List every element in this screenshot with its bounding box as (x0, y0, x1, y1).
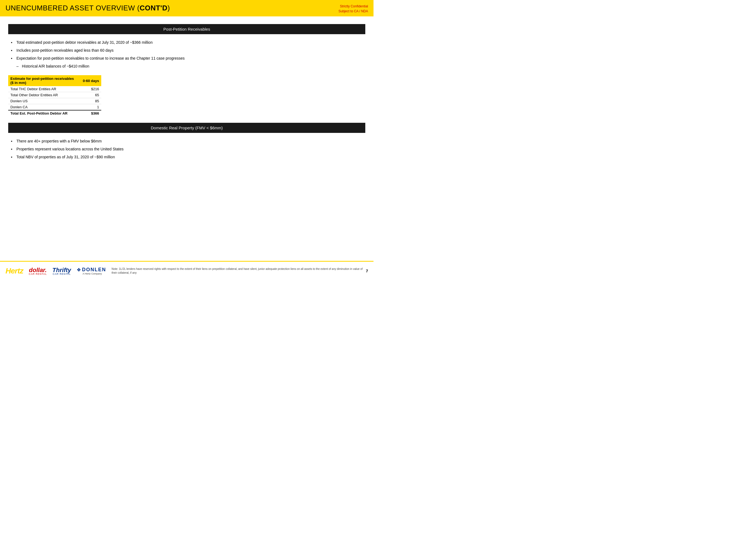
bullet-item: Includes post-petition receivables aged … (11, 47, 365, 54)
table-row: Donlen CA 1 (8, 104, 101, 110)
table-cell-value: 85 (80, 98, 101, 104)
table-cell-label: Donlen US (8, 98, 80, 104)
hertz-logo: Hertz (5, 267, 23, 275)
page-title: UNENCUMBERED ASSET OVERVIEW (CONT'D) (5, 4, 170, 12)
receivables-table: Estimate for post-petition receivables (… (8, 75, 101, 116)
table-row: Total Other Debtor Entities AR 65 (8, 92, 101, 98)
section1-header: Post-Petition Receivables (8, 24, 365, 34)
footer-logos: Hertz dollar. CAR RENTAL Thrifty CAR REN… (5, 267, 106, 275)
footer-note: Note: 1L/2L lenders have reserved rights… (112, 267, 363, 275)
section2-header: Domestic Real Property (FMV < $6mm) (8, 123, 365, 133)
section1-bullet-list: Total estimated post-petition debtor rec… (11, 38, 365, 70)
table-cell-value: 1 (80, 104, 101, 110)
table-row: Total THC Debtor Entities AR $216 (8, 86, 101, 92)
table-cell-label: Donlen CA (8, 104, 80, 110)
table-header-col1: Estimate for post-petition receivables (… (8, 75, 80, 86)
table-row: Donlen US 85 (8, 98, 101, 104)
bullet-item: There are 40+ properties with a FMV belo… (11, 137, 365, 145)
table-cell-label: Total THC Debtor Entities AR (8, 86, 80, 92)
confidential-label: Strictly Confidential Subject to CA / ND… (338, 4, 368, 14)
page-number: 7 (366, 269, 368, 273)
table-header-col2: 0-60 days (80, 75, 101, 86)
table-total-row: Total Est. Post-Petition Debtor AR $366 (8, 110, 101, 116)
bullet-item: Total estimated post-petition debtor rec… (11, 38, 365, 47)
table-total-label: Total Est. Post-Petition Debtor AR (8, 110, 80, 116)
bullet-item: Total NBV of properties as of July 31, 2… (11, 153, 365, 161)
table-cell-label: Total Other Debtor Entities AR (8, 92, 80, 98)
donlen-grid-icon: ❖ (77, 267, 81, 273)
section2-bullet-list: There are 40+ properties with a FMV belo… (11, 137, 365, 161)
bullet-item: Properties represent various locations a… (11, 145, 365, 153)
main-content: Post-Petition Receivables Total estimate… (0, 17, 374, 161)
page-footer: Hertz dollar. CAR RENTAL Thrifty CAR REN… (0, 261, 374, 280)
dollar-logo: dollar. CAR RENTAL (29, 267, 47, 275)
donlen-logo: ❖ DONLEN A Hertz Company (77, 267, 106, 275)
table-cell-value: 65 (80, 92, 101, 98)
page-header: UNENCUMBERED ASSET OVERVIEW (CONT'D) Str… (0, 0, 374, 17)
table-total-value: $366 (80, 110, 101, 116)
table-cell-value: $216 (80, 86, 101, 92)
bullet-sub-item: Historical A/R balances of ~$410 million (11, 62, 365, 70)
thrifty-logo: Thrifty CAR RENTAL (52, 267, 71, 275)
bullet-item: Expectation for post-petition receivable… (11, 54, 365, 62)
